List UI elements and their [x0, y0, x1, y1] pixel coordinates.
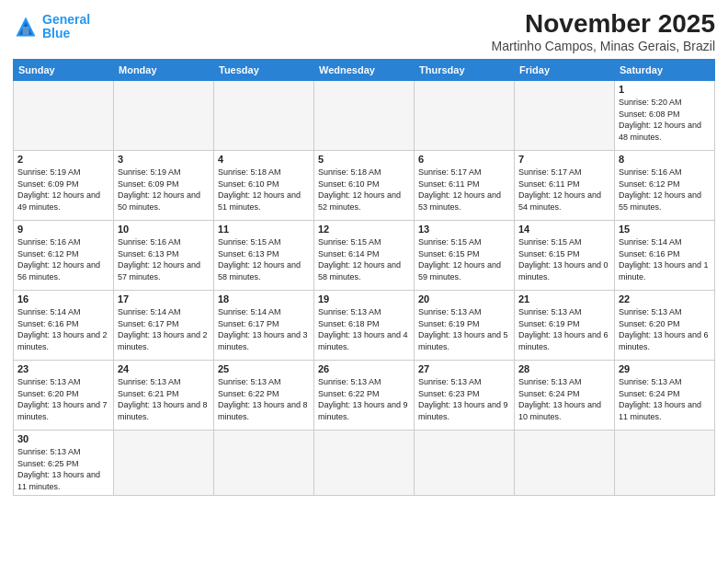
day-cell: 2Sunrise: 5:19 AM Sunset: 6:09 PM Daylig…: [14, 151, 114, 221]
col-header-saturday: Saturday: [615, 60, 715, 81]
day-number: 16: [17, 293, 109, 304]
day-info: Sunrise: 5:13 AM Sunset: 6:24 PM Dayligh…: [518, 376, 610, 422]
header-row: SundayMondayTuesdayWednesdayThursdayFrid…: [14, 60, 715, 81]
day-number: 17: [118, 293, 210, 304]
day-cell: [415, 431, 515, 496]
day-number: 1: [619, 84, 711, 95]
week-row-2: 2Sunrise: 5:19 AM Sunset: 6:09 PM Daylig…: [14, 151, 715, 221]
day-number: 28: [518, 363, 610, 374]
day-info: Sunrise: 5:13 AM Sunset: 6:21 PM Dayligh…: [118, 376, 210, 422]
day-cell: 22Sunrise: 5:13 AM Sunset: 6:20 PM Dayli…: [615, 291, 715, 361]
day-number: 19: [318, 293, 410, 304]
day-cell: 16Sunrise: 5:14 AM Sunset: 6:16 PM Dayli…: [14, 291, 114, 361]
day-cell: [114, 431, 214, 496]
day-cell: 24Sunrise: 5:13 AM Sunset: 6:21 PM Dayli…: [114, 361, 214, 431]
day-number: 4: [218, 154, 310, 165]
day-cell: 17Sunrise: 5:14 AM Sunset: 6:17 PM Dayli…: [114, 291, 214, 361]
day-cell: 7Sunrise: 5:17 AM Sunset: 6:11 PM Daylig…: [515, 151, 615, 221]
day-cell: 26Sunrise: 5:13 AM Sunset: 6:22 PM Dayli…: [314, 361, 415, 431]
day-cell: 1Sunrise: 5:20 AM Sunset: 6:08 PM Daylig…: [615, 81, 715, 151]
day-info: Sunrise: 5:14 AM Sunset: 6:17 PM Dayligh…: [218, 306, 310, 352]
day-cell: [615, 431, 715, 496]
day-cell: 3Sunrise: 5:19 AM Sunset: 6:09 PM Daylig…: [114, 151, 214, 221]
day-cell: 23Sunrise: 5:13 AM Sunset: 6:20 PM Dayli…: [14, 361, 114, 431]
day-number: 15: [619, 224, 711, 235]
day-number: 5: [318, 154, 410, 165]
day-info: Sunrise: 5:16 AM Sunset: 6:12 PM Dayligh…: [619, 167, 711, 213]
day-info: Sunrise: 5:13 AM Sunset: 6:19 PM Dayligh…: [418, 306, 510, 352]
day-cell: [314, 431, 415, 496]
day-info: Sunrise: 5:13 AM Sunset: 6:20 PM Dayligh…: [619, 306, 711, 352]
week-row-5: 23Sunrise: 5:13 AM Sunset: 6:20 PM Dayli…: [14, 361, 715, 431]
day-number: 29: [619, 363, 711, 374]
day-cell: 27Sunrise: 5:13 AM Sunset: 6:23 PM Dayli…: [415, 361, 515, 431]
col-header-monday: Monday: [114, 60, 214, 81]
day-cell: 15Sunrise: 5:14 AM Sunset: 6:16 PM Dayli…: [615, 221, 715, 291]
day-number: 26: [318, 363, 410, 374]
day-info: Sunrise: 5:19 AM Sunset: 6:09 PM Dayligh…: [17, 167, 109, 213]
day-info: Sunrise: 5:13 AM Sunset: 6:19 PM Dayligh…: [518, 306, 610, 352]
day-cell: [314, 81, 415, 151]
day-cell: [214, 81, 314, 151]
day-cell: [415, 81, 515, 151]
day-info: Sunrise: 5:14 AM Sunset: 6:17 PM Dayligh…: [118, 306, 210, 352]
day-cell: [114, 81, 214, 151]
day-cell: 4Sunrise: 5:18 AM Sunset: 6:10 PM Daylig…: [214, 151, 314, 221]
day-info: Sunrise: 5:15 AM Sunset: 6:14 PM Dayligh…: [318, 236, 410, 282]
svg-rect-2: [23, 27, 29, 35]
day-number: 22: [619, 293, 711, 304]
logo-text: General Blue: [42, 13, 90, 41]
col-header-thursday: Thursday: [415, 60, 515, 81]
day-info: Sunrise: 5:17 AM Sunset: 6:11 PM Dayligh…: [518, 167, 610, 213]
day-info: Sunrise: 5:13 AM Sunset: 6:24 PM Dayligh…: [619, 376, 711, 422]
day-info: Sunrise: 5:14 AM Sunset: 6:16 PM Dayligh…: [619, 236, 711, 282]
day-number: 6: [418, 154, 510, 165]
day-number: 2: [17, 154, 109, 165]
day-info: Sunrise: 5:16 AM Sunset: 6:13 PM Dayligh…: [118, 236, 210, 282]
day-number: 24: [118, 363, 210, 374]
day-cell: [515, 431, 615, 496]
day-info: Sunrise: 5:15 AM Sunset: 6:15 PM Dayligh…: [418, 236, 510, 282]
day-info: Sunrise: 5:13 AM Sunset: 6:22 PM Dayligh…: [218, 376, 310, 422]
day-number: 9: [17, 224, 109, 235]
header: General Blue November 2025 Martinho Camp…: [13, 9, 715, 53]
logo-blue: Blue: [42, 26, 70, 40]
col-header-wednesday: Wednesday: [314, 60, 415, 81]
day-info: Sunrise: 5:13 AM Sunset: 6:18 PM Dayligh…: [318, 306, 410, 352]
calendar-table: SundayMondayTuesdayWednesdayThursdayFrid…: [13, 59, 715, 496]
day-number: 10: [118, 224, 210, 235]
title-area: November 2025 Martinho Campos, Minas Ger…: [491, 9, 715, 53]
day-cell: 20Sunrise: 5:13 AM Sunset: 6:19 PM Dayli…: [415, 291, 515, 361]
week-row-4: 16Sunrise: 5:14 AM Sunset: 6:16 PM Dayli…: [14, 291, 715, 361]
day-info: Sunrise: 5:16 AM Sunset: 6:12 PM Dayligh…: [17, 236, 109, 282]
day-info: Sunrise: 5:18 AM Sunset: 6:10 PM Dayligh…: [318, 167, 410, 213]
day-cell: 30Sunrise: 5:13 AM Sunset: 6:25 PM Dayli…: [14, 431, 114, 496]
day-info: Sunrise: 5:13 AM Sunset: 6:20 PM Dayligh…: [17, 376, 109, 422]
day-info: Sunrise: 5:13 AM Sunset: 6:23 PM Dayligh…: [418, 376, 510, 422]
day-cell: 9Sunrise: 5:16 AM Sunset: 6:12 PM Daylig…: [14, 221, 114, 291]
day-cell: 13Sunrise: 5:15 AM Sunset: 6:15 PM Dayli…: [415, 221, 515, 291]
day-cell: 18Sunrise: 5:14 AM Sunset: 6:17 PM Dayli…: [214, 291, 314, 361]
day-number: 23: [17, 363, 109, 374]
day-cell: 19Sunrise: 5:13 AM Sunset: 6:18 PM Dayli…: [314, 291, 415, 361]
day-cell: [214, 431, 314, 496]
day-number: 14: [518, 224, 610, 235]
day-info: Sunrise: 5:20 AM Sunset: 6:08 PM Dayligh…: [619, 97, 711, 143]
day-cell: 12Sunrise: 5:15 AM Sunset: 6:14 PM Dayli…: [314, 221, 415, 291]
location-title: Martinho Campos, Minas Gerais, Brazil: [491, 39, 715, 53]
day-number: 30: [17, 433, 109, 444]
day-info: Sunrise: 5:13 AM Sunset: 6:25 PM Dayligh…: [17, 446, 109, 492]
day-number: 21: [518, 293, 610, 304]
day-cell: 6Sunrise: 5:17 AM Sunset: 6:11 PM Daylig…: [415, 151, 515, 221]
day-number: 7: [518, 154, 610, 165]
day-cell: 28Sunrise: 5:13 AM Sunset: 6:24 PM Dayli…: [515, 361, 615, 431]
day-cell: 29Sunrise: 5:13 AM Sunset: 6:24 PM Dayli…: [615, 361, 715, 431]
day-number: 25: [218, 363, 310, 374]
day-cell: 8Sunrise: 5:16 AM Sunset: 6:12 PM Daylig…: [615, 151, 715, 221]
logo-icon: [13, 14, 39, 40]
day-cell: 5Sunrise: 5:18 AM Sunset: 6:10 PM Daylig…: [314, 151, 415, 221]
day-info: Sunrise: 5:19 AM Sunset: 6:09 PM Dayligh…: [118, 167, 210, 213]
day-cell: 25Sunrise: 5:13 AM Sunset: 6:22 PM Dayli…: [214, 361, 314, 431]
day-number: 13: [418, 224, 510, 235]
day-cell: [515, 81, 615, 151]
